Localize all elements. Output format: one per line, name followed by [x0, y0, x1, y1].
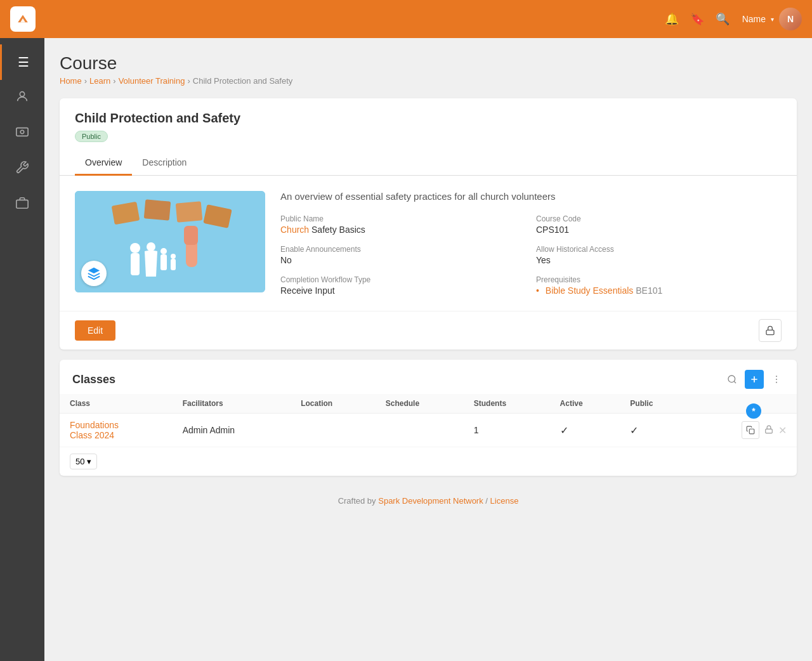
field-completion-workflow: Completion Workflow Type Receive Input: [280, 275, 526, 296]
allow-historical-label: Allow Historical Access: [536, 245, 782, 254]
sidebar: ☰: [0, 38, 44, 661]
lock-button[interactable]: [759, 319, 782, 342]
class-facilitators: Admin Admin: [173, 414, 291, 447]
row-delete-button[interactable]: ✕: [778, 424, 787, 436]
prerequisite-link[interactable]: Bible Study Essentials: [546, 285, 634, 296]
prerequisite-code: BE101: [636, 285, 662, 296]
prerequisites-label: Prerequisites: [536, 275, 782, 284]
svg-point-0: [20, 91, 24, 96]
user-menu[interactable]: Name ▾ N: [742, 8, 802, 30]
classes-header: Classes: [60, 360, 797, 394]
course-image: [75, 191, 265, 292]
enable-announcements-value: No: [280, 255, 526, 265]
course-code-value: CPS101: [536, 225, 782, 235]
notification-icon[interactable]: 🔔: [665, 12, 679, 26]
svg-rect-26: [749, 429, 754, 434]
finance-icon: [15, 125, 29, 142]
col-public: Public: [620, 394, 690, 414]
bookmark-icon[interactable]: 🔖: [690, 12, 704, 26]
classes-actions: [724, 370, 784, 389]
nav-icons: 🔔 🔖 🔍: [665, 12, 730, 26]
class-schedule: [376, 414, 464, 447]
svg-point-19: [728, 376, 735, 383]
footer-spark-link[interactable]: Spark Development Network: [378, 496, 483, 506]
course-overview: An overview of essential safety practice…: [60, 176, 797, 311]
field-prerequisites: Prerequisites Bible Study Essentials BE1…: [536, 275, 782, 296]
svg-point-14: [160, 248, 167, 254]
person-icon: [15, 89, 29, 107]
breadcrumb-home[interactable]: Home: [60, 76, 82, 86]
course-code-label: Course Code: [536, 214, 782, 223]
field-public-name: Public Name Church Safety Basics: [280, 214, 526, 235]
row-actions-cell: *: [690, 414, 797, 447]
completion-workflow-label: Completion Workflow Type: [280, 275, 526, 284]
field-allow-historical: Allow Historical Access Yes: [536, 245, 782, 265]
col-actions: [690, 394, 797, 414]
breadcrumb-volunteer-training[interactable]: Volunteer Training: [119, 76, 185, 86]
svg-point-16: [171, 254, 176, 259]
course-card-footer: Edit: [60, 311, 797, 350]
course-card-header: Child Protection and Safety Public: [60, 98, 797, 150]
field-course-code: Course Code CPS101: [536, 214, 782, 235]
tools-icon: [15, 160, 29, 178]
page-size-select[interactable]: 50 ▾: [70, 454, 97, 469]
svg-rect-12: [131, 253, 140, 275]
sidebar-item-jobs[interactable]: [0, 187, 44, 222]
class-students: 1: [464, 414, 550, 447]
public-badge: Public: [75, 131, 108, 142]
page-size-chevron: ▾: [87, 457, 91, 466]
svg-point-13: [147, 242, 155, 251]
field-enable-announcements: Enable Announcements No: [280, 245, 526, 265]
sidebar-item-tools[interactable]: [0, 151, 44, 187]
public-name-label: Public Name: [280, 214, 526, 223]
classes-table: Class Facilitators Location Schedule Stu…: [60, 394, 797, 447]
course-details: An overview of essential safety practice…: [280, 191, 782, 296]
class-location: [291, 414, 376, 447]
pagination-row: 50 ▾: [60, 447, 797, 476]
footer-crafted-by: Crafted by: [338, 496, 376, 506]
search-icon[interactable]: 🔍: [716, 12, 730, 26]
enable-announcements-label: Enable Announcements: [280, 245, 526, 254]
sidebar-item-finance[interactable]: [0, 115, 44, 151]
class-name: FoundationsClass 2024: [60, 414, 173, 447]
footer-license-link[interactable]: License: [490, 496, 519, 506]
course-tagline: An overview of essential safety practice…: [280, 191, 782, 202]
row-actions: *: [700, 421, 787, 439]
row-lock-button[interactable]: [764, 425, 773, 436]
row-copy-button[interactable]: [742, 421, 759, 439]
sidebar-item-menu[interactable]: ☰: [0, 44, 44, 80]
class-name-link[interactable]: FoundationsClass 2024: [70, 420, 119, 440]
menu-icon: ☰: [18, 55, 29, 70]
course-card: Child Protection and Safety Public Overv…: [60, 98, 797, 350]
prerequisites-value: Bible Study Essentials BE101: [536, 285, 782, 296]
svg-rect-18: [766, 330, 774, 334]
svg-point-2: [20, 130, 24, 134]
avatar: N: [779, 8, 802, 30]
classes-search-button[interactable]: [724, 372, 740, 387]
edit-button[interactable]: Edit: [75, 320, 115, 341]
public-check: ✓: [630, 425, 638, 436]
tab-description[interactable]: Description: [132, 150, 197, 176]
classes-add-button[interactable]: [745, 370, 764, 389]
public-name-link[interactable]: Church: [280, 225, 309, 235]
svg-rect-27: [766, 429, 773, 433]
page-title: Course: [60, 53, 797, 74]
classes-more-button[interactable]: [769, 372, 784, 387]
app-logo[interactable]: [10, 6, 36, 32]
classes-title: Classes: [72, 373, 115, 386]
class-public: ✓: [620, 414, 690, 447]
tab-overview[interactable]: Overview: [75, 150, 132, 176]
sidebar-item-person[interactable]: [0, 80, 44, 115]
svg-point-24: [776, 379, 777, 380]
allow-historical-value: Yes: [536, 255, 782, 265]
svg-rect-1: [16, 128, 28, 136]
col-class: Class: [60, 394, 173, 414]
course-fields: Public Name Church Safety Basics Course …: [280, 214, 782, 296]
svg-rect-7: [176, 201, 202, 222]
col-active: Active: [550, 394, 620, 414]
main-content: Course Home › Learn › Volunteer Training…: [44, 38, 812, 661]
svg-rect-10: [184, 226, 198, 245]
breadcrumb-learn[interactable]: Learn: [89, 76, 110, 86]
user-name: Name: [742, 14, 766, 24]
table-row: FoundationsClass 2024 Admin Admin 1 ✓ ✓: [60, 414, 797, 447]
